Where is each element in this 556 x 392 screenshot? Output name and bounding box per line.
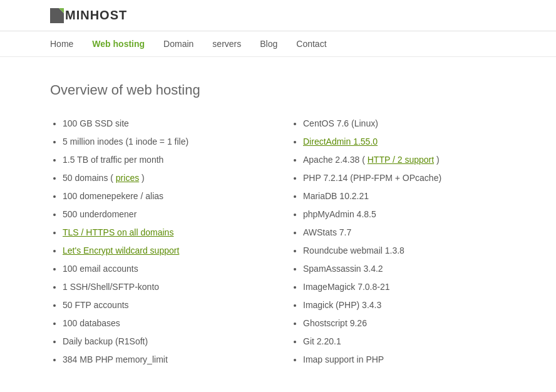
list-item: AWStats 7.7 <box>303 226 506 239</box>
directadmin-link[interactable]: DirectAdmin 1.55.0 <box>303 137 378 147</box>
list-item: 100 email accounts <box>63 262 265 276</box>
list-item: 1.5 TB of traffic per month <box>63 153 265 167</box>
list-item: Let's Encrypt wildcard support <box>63 244 265 257</box>
list-item: Imagick (PHP) 3.4.3 <box>303 299 506 312</box>
list-item: SpamAssassin 3.4.2 <box>303 262 506 276</box>
list-item: MariaDB 10.2.21 <box>303 190 506 203</box>
http2-link[interactable]: HTTP / 2 support <box>368 155 434 165</box>
list-item: Ghostscript 9.26 <box>303 317 506 330</box>
logo-text: MINHOST <box>65 8 127 23</box>
list-item: TLS / HTTPS on all domains <box>63 226 265 239</box>
list-item: 1 SSH/Shell/SFTP-konto <box>63 281 265 294</box>
page-title: Overview of web hosting <box>50 82 506 98</box>
header: MINHOST <box>0 0 556 31</box>
list-item: 5 million inodes (1 inode = 1 file) <box>63 135 265 148</box>
list-item: CentOS 7.6 (Linux) <box>303 117 506 130</box>
prices-link[interactable]: prices <box>116 173 139 183</box>
nav-item-blog[interactable]: Blog <box>260 39 277 49</box>
list-item: 100 domenepekere / alias <box>63 190 265 203</box>
list-item: 500 underdomener <box>63 208 265 221</box>
list-item: Git 2.20.1 <box>303 335 506 348</box>
list-item: ImageMagick 7.0.8-21 <box>303 281 506 294</box>
list-item: 100 GB SSD site <box>63 117 265 130</box>
nav-item-servers[interactable]: servers <box>212 39 241 49</box>
nav-item-domain[interactable]: Domain <box>163 39 193 49</box>
list-item: Apache 2.4.38 ( HTTP / 2 support ) <box>303 153 506 167</box>
main-content: Overview of web hosting 100 GB SSD site … <box>0 57 556 391</box>
letsencrypt-link[interactable]: Let's Encrypt wildcard support <box>63 245 179 255</box>
list-item: 50 domains ( prices ) <box>63 172 265 185</box>
list-item: 50 FTP accounts <box>63 299 265 312</box>
nav-item-contact[interactable]: Contact <box>296 39 326 49</box>
list-item: DirectAdmin 1.55.0 <box>303 135 506 148</box>
right-column: CentOS 7.6 (Linux) DirectAdmin 1.55.0 Ap… <box>291 117 506 366</box>
list-item: 384 MB PHP memory_limit <box>63 353 265 366</box>
nav-item-home[interactable]: Home <box>50 39 73 49</box>
nav: Home Web hosting Domain servers Blog Con… <box>0 31 556 57</box>
list-item: 100 databases <box>63 317 265 330</box>
nav-item-webhosting[interactable]: Web hosting <box>92 39 145 49</box>
list-item: PHP 7.2.14 (PHP-FPM + OPcache) <box>303 172 506 185</box>
list-item: Daily backup (R1Soft) <box>63 335 265 348</box>
list-item: Roundcube webmail 1.3.8 <box>303 244 506 257</box>
features-grid: 100 GB SSD site 5 million inodes (1 inod… <box>50 117 506 366</box>
left-column: 100 GB SSD site 5 million inodes (1 inod… <box>50 117 265 366</box>
list-item: phpMyAdmin 4.8.5 <box>303 208 506 221</box>
list-item: Imap support in PHP <box>303 353 506 366</box>
tls-link[interactable]: TLS / HTTPS on all domains <box>63 227 173 237</box>
logo-icon <box>50 8 64 23</box>
logo[interactable]: MINHOST <box>50 8 127 23</box>
